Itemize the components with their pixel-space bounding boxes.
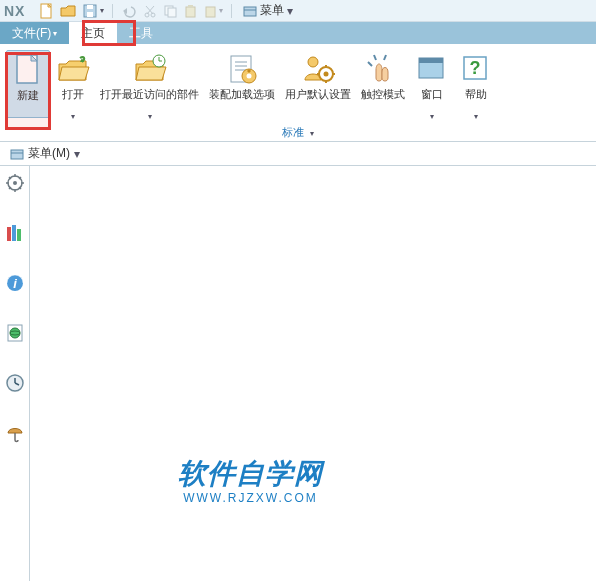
svg-rect-11	[168, 8, 176, 17]
chevron-down-icon: ▾	[219, 6, 223, 15]
tab-tools-label: 工具	[129, 25, 153, 42]
chevron-down-icon: ▾	[287, 4, 293, 18]
chevron-down-icon: ▾	[100, 6, 104, 15]
ribbon-touch-button[interactable]: 触控模式	[357, 50, 409, 116]
app-logo: NX	[4, 3, 25, 19]
user-defaults-icon	[301, 52, 335, 86]
chevron-down-icon: ▾	[53, 29, 57, 38]
tab-file[interactable]: 文件(F) ▾	[0, 22, 69, 44]
ribbon-new-button[interactable]: 新建	[6, 50, 50, 118]
sidebar-info-icon[interactable]: i	[4, 272, 26, 294]
title-bar: NX ▾ ▾ 菜单 ▾	[0, 0, 596, 22]
tab-home[interactable]: 主页	[69, 22, 117, 44]
ribbon-help-label: 帮助	[465, 88, 487, 114]
sidebar-globe-icon[interactable]	[4, 322, 26, 344]
svg-rect-55	[7, 227, 11, 241]
svg-rect-4	[87, 5, 93, 9]
sidebar-clock-icon[interactable]	[4, 372, 26, 394]
tab-home-label: 主页	[81, 25, 105, 42]
ribbon-recent-button[interactable]: 打开最近访问的部件 ▾	[96, 50, 203, 123]
menu-icon	[10, 147, 24, 161]
svg-point-28	[247, 74, 252, 79]
svg-line-36	[368, 62, 372, 66]
left-sidebar: i	[0, 166, 30, 581]
svg-rect-56	[12, 225, 16, 241]
touch-mode-icon	[366, 52, 400, 86]
ribbon-recent-label: 打开最近访问的部件	[100, 88, 199, 114]
tab-file-label: 文件(F)	[12, 25, 51, 42]
qat-save-icon[interactable]: ▾	[82, 3, 104, 19]
svg-rect-12	[186, 7, 195, 17]
menu-icon	[243, 4, 257, 18]
menu-button[interactable]: 菜单(M) ▾	[4, 143, 86, 164]
chevron-down-icon: ▾	[71, 112, 75, 121]
separator	[112, 4, 113, 18]
svg-rect-3	[87, 12, 93, 17]
qat-menu-label: 菜单	[260, 2, 284, 19]
ribbon-open-button[interactable]: 打开 ▾	[52, 50, 94, 123]
svg-text:i: i	[13, 276, 17, 291]
svg-rect-13	[188, 5, 193, 8]
watermark: 软件自学网 WWW.RJZXW.COM	[178, 455, 323, 505]
svg-point-31	[324, 72, 329, 77]
tab-tools[interactable]: 工具	[117, 22, 165, 44]
ribbon-open-label: 打开	[62, 88, 84, 114]
svg-rect-57	[17, 229, 21, 241]
ribbon-userdef-label: 用户默认设置	[285, 88, 351, 114]
sidebar-books-icon[interactable]	[4, 222, 26, 244]
assembly-options-icon	[225, 52, 259, 86]
qat-new-icon[interactable]	[38, 3, 54, 19]
ribbon-help-button[interactable]: ? 帮助 ▾	[455, 50, 497, 123]
separator	[231, 4, 232, 18]
open-folder-icon	[56, 52, 90, 86]
ribbon-new-label: 新建	[17, 89, 39, 115]
svg-text:?: ?	[470, 58, 481, 78]
chevron-down-icon: ▾	[474, 112, 478, 121]
svg-line-38	[384, 55, 386, 60]
qat-cut-icon[interactable]	[143, 4, 157, 18]
qat-undo-icon[interactable]	[121, 3, 137, 19]
svg-rect-43	[11, 150, 23, 159]
svg-rect-40	[419, 58, 443, 63]
qat-open-icon[interactable]	[60, 3, 76, 19]
content-area: 软件自学网 WWW.RJZXW.COM	[30, 166, 596, 581]
watermark-url: WWW.RJZXW.COM	[178, 491, 323, 505]
menu-label: 菜单(M)	[28, 145, 70, 162]
ribbon-group-label: 标准 ▾	[6, 125, 590, 140]
menu-bar: 菜单(M) ▾	[0, 142, 596, 166]
ribbon-window-button[interactable]: 窗口 ▾	[411, 50, 453, 123]
svg-rect-14	[206, 7, 215, 17]
new-file-icon	[11, 53, 45, 87]
ribbon-assembly-label: 装配加载选项	[209, 88, 275, 114]
svg-rect-15	[244, 7, 256, 16]
chevron-down-icon: ▾	[148, 112, 152, 121]
ribbon-userdef-button[interactable]: 用户默认设置	[281, 50, 355, 116]
qat-paste-dropdown-icon[interactable]: ▾	[203, 4, 223, 18]
help-icon: ?	[459, 52, 493, 86]
ribbon-assembly-button[interactable]: 装配加载选项	[205, 50, 279, 116]
recent-folder-icon	[133, 52, 167, 86]
chevron-down-icon: ▾	[430, 112, 434, 121]
main-area: i 软件自学网 WWW.RJZXW.COM	[0, 166, 596, 581]
ribbon-window-label: 窗口	[421, 88, 443, 114]
ribbon-touch-label: 触控模式	[361, 88, 405, 114]
svg-point-29	[308, 57, 318, 67]
chevron-down-icon: ▾	[74, 147, 80, 161]
sidebar-umbrella-icon[interactable]	[4, 422, 26, 444]
ribbon-tabstrip: 文件(F) ▾ 主页 工具	[0, 22, 596, 44]
qat-paste-icon[interactable]	[183, 4, 197, 18]
watermark-title: 软件自学网	[178, 455, 323, 493]
svg-line-37	[374, 55, 376, 60]
chevron-down-icon: ▾	[310, 129, 314, 138]
sidebar-settings-icon[interactable]	[4, 172, 26, 194]
svg-point-46	[13, 181, 17, 185]
window-icon	[415, 52, 449, 86]
qat-menu-button[interactable]: 菜单 ▾	[243, 2, 293, 19]
svg-point-61	[10, 328, 20, 338]
qat-copy-icon[interactable]	[163, 4, 177, 18]
ribbon: 新建 打开 ▾ 打开最近访问的部件 ▾ 装配加载选项 用	[0, 44, 596, 142]
